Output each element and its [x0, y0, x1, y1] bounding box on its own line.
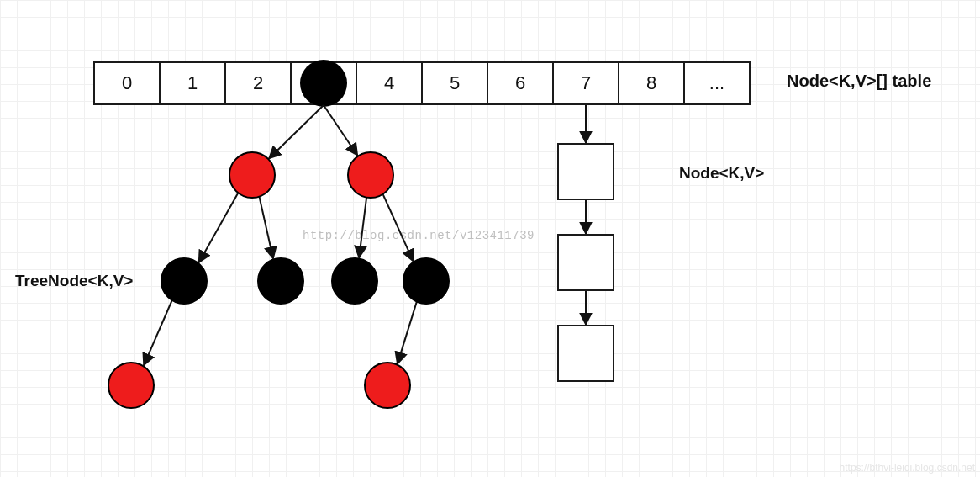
diagram-canvas: 01245678... Node<K,V>[] table Node<K,V> … — [0, 0, 980, 477]
array-cell-6: 6 — [487, 61, 554, 105]
black-tree-node — [257, 257, 304, 305]
red-tree-node — [108, 362, 155, 409]
black-tree-node — [331, 257, 378, 305]
svg-line-1 — [324, 105, 357, 156]
array-cell-0: 0 — [93, 61, 161, 105]
array-cell-2: 2 — [224, 61, 292, 105]
array-cell-8: 8 — [618, 61, 685, 105]
linked-list-label: Node<K,V> — [679, 164, 764, 183]
linked-list-node — [557, 143, 614, 200]
svg-line-2 — [199, 192, 240, 263]
array-cell-5: 5 — [421, 61, 488, 105]
linked-list-node — [557, 234, 614, 291]
black-tree-node — [161, 257, 208, 305]
svg-line-7 — [398, 300, 418, 364]
svg-line-0 — [269, 105, 324, 158]
linked-list-node — [557, 325, 614, 382]
array-cell-7: 7 — [552, 61, 619, 105]
svg-line-3 — [259, 195, 273, 259]
red-tree-node — [364, 362, 411, 409]
red-tree-node — [347, 151, 394, 199]
red-tree-node — [229, 151, 276, 199]
array-cell-1: 1 — [159, 61, 226, 105]
center-watermark: http://blog.csdn.net/v123411739 — [303, 229, 535, 242]
array-cell-9: ... — [683, 61, 751, 105]
black-tree-node — [403, 257, 450, 305]
tree-root-circle — [300, 60, 347, 107]
array-label: Node<K,V>[] table — [787, 72, 931, 91]
array-row: 01245678... — [93, 61, 751, 105]
array-cell-3 — [290, 61, 357, 105]
svg-line-6 — [144, 299, 172, 365]
tree-label: TreeNode<K,V> — [15, 272, 133, 290]
corner-watermark: https://bthvi-leiqi.blog.csdn.net — [840, 462, 975, 474]
array-cell-4: 4 — [356, 61, 423, 105]
svg-line-4 — [359, 196, 366, 258]
svg-line-5 — [382, 193, 414, 261]
